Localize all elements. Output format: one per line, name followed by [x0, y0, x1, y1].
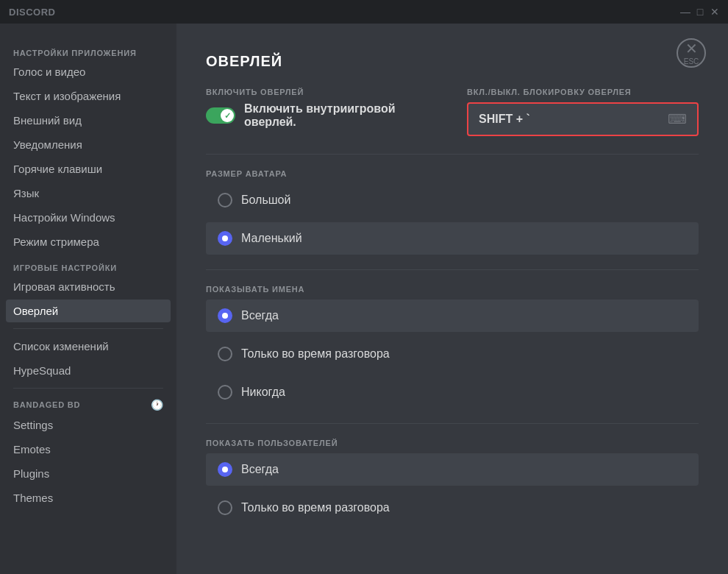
avatar-option-large[interactable]: Большой: [206, 184, 699, 216]
users-option-speaking[interactable]: Только во время разговора: [206, 492, 699, 524]
sidebar-item-text-images[interactable]: Текст и изображения: [6, 85, 171, 107]
sidebar-item-label: Settings: [13, 419, 53, 431]
sidebar-item-language[interactable]: Язык: [6, 182, 171, 205]
top-section-row: ВКЛЮЧИТЬ ОВЕРЛЕЙ ✓ Включить внутриигрово…: [206, 88, 699, 136]
toggle-label: Включить внутриигровой оверлей.: [244, 102, 438, 129]
radio-users-speaking: [218, 500, 232, 515]
sidebar-item-label: Внешний вид: [13, 114, 82, 127]
sidebar: НАСТРОЙКИ ПРИЛОЖЕНИЯ Голос и видео Текст…: [0, 24, 176, 574]
app-settings-header: НАСТРОЙКИ ПРИЛОЖЕНИЯ: [6, 44, 171, 60]
titlebar: DISCORD — □ ✕: [0, 0, 728, 24]
radio-names-speaking: [218, 347, 232, 361]
sidebar-item-windows[interactable]: Настройки Windows: [6, 206, 171, 229]
names-option-never[interactable]: Никогда: [206, 376, 699, 408]
bd-header-row: BANDAGED BD 🕐: [6, 394, 171, 414]
bd-clock-icon: 🕐: [151, 399, 163, 411]
game-settings-header: ИГРОВЫЕ НАСТРОЙКИ: [6, 259, 171, 275]
option-label-small: Маленький: [241, 232, 302, 245]
toggle-row: ✓ Включить внутриигровой оверлей.: [206, 102, 438, 129]
option-label-names-speaking: Только во время разговора: [241, 347, 390, 361]
show-names-group: Всегда Только во время разговора Никогда: [206, 300, 699, 408]
radio-names-never: [218, 385, 232, 400]
radio-inner-users-always: [222, 467, 228, 472]
sidebar-item-overlay[interactable]: Оверлей: [6, 300, 171, 322]
sidebar-item-label: Режим стримера: [13, 235, 99, 248]
sidebar-item-appearance[interactable]: Внешний вид: [6, 109, 171, 132]
enable-overlay-label: ВКЛЮЧИТЬ ОВЕРЛЕЙ: [206, 88, 438, 96]
sidebar-item-label: Текст и изображения: [13, 90, 121, 102]
app-body: НАСТРОЙКИ ПРИЛОЖЕНИЯ Голос и видео Текст…: [0, 24, 728, 574]
radio-large: [218, 193, 232, 208]
bd-header-title: BANDAGED BD: [13, 400, 80, 409]
sidebar-item-notifications[interactable]: Уведомления: [6, 133, 171, 156]
minimize-button[interactable]: —: [681, 7, 690, 16]
toggle-section: ВКЛЮЧИТЬ ОВЕРЛЕЙ ✓ Включить внутриигрово…: [206, 88, 438, 129]
sidebar-divider-1: [13, 328, 163, 329]
sidebar-divider-2: [13, 388, 163, 389]
sidebar-item-label: Игровая активность: [13, 280, 115, 293]
close-button[interactable]: ✕ ESC: [677, 38, 706, 68]
avatar-option-small[interactable]: Маленький: [206, 222, 699, 255]
sidebar-item-bd-emotes[interactable]: Emotes: [6, 438, 171, 461]
sidebar-item-game-activity[interactable]: Игровая активность: [6, 275, 171, 298]
sidebar-item-label: Горячие клавиши: [13, 163, 102, 175]
sidebar-item-label: Уведомления: [13, 138, 82, 151]
window-controls: — □ ✕: [681, 7, 719, 16]
option-label-users-always: Всегда: [241, 463, 279, 476]
close-window-button[interactable]: ✕: [710, 7, 719, 16]
avatar-size-label: РАЗМЕР АВАТАРА: [206, 169, 699, 178]
option-label-names-never: Никогда: [241, 386, 285, 399]
show-names-label: ПОКАЗЫВАТЬ ИМЕНА: [206, 285, 699, 294]
radio-names-always: [218, 308, 232, 323]
names-option-speaking[interactable]: Только во время разговора: [206, 338, 699, 370]
page-title: ОВЕРЛЕЙ: [206, 53, 699, 70]
maximize-button[interactable]: □: [696, 7, 704, 16]
sidebar-item-label: Настройки Windows: [13, 211, 115, 224]
sidebar-item-bd-settings[interactable]: Settings: [6, 414, 171, 436]
sidebar-item-hypesquad[interactable]: HypeSquad: [6, 359, 171, 382]
app-title: DISCORD: [9, 7, 55, 18]
sidebar-item-voice-video[interactable]: Голос и видео: [6, 60, 171, 83]
keyboard-icon: ⌨: [668, 111, 687, 127]
option-label-users-speaking: Только во время разговора: [241, 501, 390, 514]
keybind-box[interactable]: SHIFT + ` ⌨: [467, 102, 699, 136]
sidebar-item-label: Plugins: [13, 467, 49, 480]
sidebar-item-label: Emotes: [13, 443, 51, 456]
main-content: ✕ ESC ОВЕРЛЕЙ ВКЛЮЧИТЬ ОВЕРЛЕЙ ✓ Включит…: [176, 24, 728, 574]
show-users-group: Всегда Только во время разговора: [206, 453, 699, 524]
checkmark-icon: ✓: [224, 111, 231, 121]
keybind-value: SHIFT + `: [479, 113, 530, 126]
sidebar-item-label: HypeSquad: [13, 364, 71, 377]
divider-2: [206, 269, 699, 270]
esc-label: ESC: [684, 57, 699, 65]
radio-users-always: [218, 462, 232, 477]
radio-inner-small: [222, 235, 228, 241]
sidebar-item-label: Оверлей: [13, 305, 58, 317]
radio-inner-names-always: [222, 313, 228, 319]
names-option-always[interactable]: Всегда: [206, 300, 699, 332]
keybind-label: ВКЛ./ВЫКЛ. БЛОКИРОВКУ ОВЕРЛЕЯ: [467, 88, 699, 96]
option-label-names-always: Всегда: [241, 309, 279, 322]
divider-3: [206, 423, 699, 424]
sidebar-item-changelog[interactable]: Список изменений: [6, 335, 171, 358]
radio-small: [218, 231, 232, 246]
keybind-section: ВКЛ./ВЫКЛ. БЛОКИРОВКУ ОВЕРЛЕЯ SHIFT + ` …: [467, 88, 699, 136]
sidebar-item-label: Голос и видео: [13, 65, 85, 78]
overlay-toggle[interactable]: ✓: [206, 107, 235, 124]
toggle-knob: ✓: [221, 109, 234, 122]
close-x-icon: ✕: [685, 41, 698, 56]
sidebar-item-bd-themes[interactable]: Themes: [6, 486, 171, 509]
show-users-label: ПОКАЗАТЬ ПОЛЬЗОВАТЕЛЕЙ: [206, 439, 699, 447]
avatar-size-group: Большой Маленький: [206, 184, 699, 255]
sidebar-item-streamer-mode[interactable]: Режим стримера: [6, 230, 171, 253]
sidebar-item-label: Список изменений: [13, 340, 109, 352]
divider-1: [206, 154, 699, 155]
sidebar-item-bd-plugins[interactable]: Plugins: [6, 462, 171, 485]
sidebar-item-label: Язык: [13, 187, 39, 199]
option-label-large: Большой: [241, 194, 290, 207]
sidebar-item-hotkeys[interactable]: Горячие клавиши: [6, 157, 171, 180]
sidebar-item-label: Themes: [13, 492, 53, 504]
users-option-always[interactable]: Всегда: [206, 453, 699, 486]
